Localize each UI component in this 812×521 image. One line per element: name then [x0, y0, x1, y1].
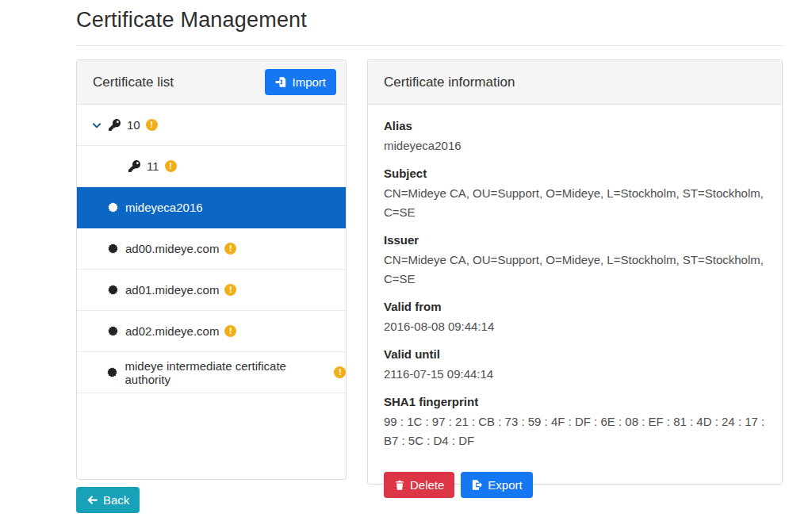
- field-value: 2016-08-08 09:44:14: [384, 317, 766, 336]
- delete-button[interactable]: Delete: [384, 472, 454, 498]
- certificate-actions: Delete Export: [384, 472, 766, 498]
- page-title: Certificate Management: [76, 8, 307, 33]
- tree-item-label: 11: [147, 159, 159, 173]
- certificate-icon: [106, 325, 119, 337]
- tree-item-label: ad02.mideye.com: [125, 324, 219, 338]
- field-value: mideyeca2016: [384, 136, 766, 155]
- tree-item-ad01[interactable]: ad01.mideye.com !: [77, 270, 346, 311]
- back-button-label: Back: [103, 493, 129, 507]
- field-value: 99 : 1C : 97 : 21 : CB : 73 : 59 : 4F : …: [384, 412, 766, 450]
- back-button[interactable]: Back: [76, 487, 140, 513]
- import-button-label: Import: [292, 75, 326, 89]
- field-issuer: Issuer CN=Mideye CA, OU=Support, O=Midey…: [384, 232, 766, 289]
- key-icon: [108, 119, 121, 131]
- tree-item-ad00[interactable]: ad00.mideye.com !: [77, 228, 346, 270]
- tree-item-ad02[interactable]: ad02.mideye.com !: [77, 311, 346, 352]
- warning-icon: !: [224, 325, 236, 337]
- certificate-tree: 10 ! 11 ! mideyeca2016 ad00.: [77, 105, 346, 393]
- export-button-label: Export: [488, 478, 522, 492]
- certificate-list-title: Certificate list: [93, 75, 174, 90]
- delete-button-label: Delete: [410, 478, 444, 492]
- warning-icon: !: [334, 366, 346, 378]
- certificate-information-header: Certificate information: [368, 60, 782, 105]
- trash-icon: [394, 480, 405, 491]
- tree-item-label: mideyeca2016: [125, 201, 203, 214]
- certificate-icon: [106, 366, 119, 378]
- certificate-management-page: Certificate Management Certificate list …: [0, 0, 812, 521]
- certificate-icon: [106, 284, 119, 296]
- warning-icon: !: [165, 160, 177, 172]
- tree-item-label: ad01.mideye.com: [125, 283, 219, 297]
- certificate-information-title: Certificate information: [384, 75, 515, 90]
- field-valid-from: Valid from 2016-08-08 09:44:14: [384, 298, 766, 336]
- chevron-down-icon[interactable]: [91, 120, 103, 131]
- arrow-left-icon: [86, 494, 98, 506]
- warning-icon: !: [224, 243, 236, 255]
- title-divider: [76, 45, 784, 46]
- field-label: Valid until: [384, 346, 766, 362]
- certificate-icon: [106, 201, 119, 213]
- key-icon: [128, 160, 140, 172]
- warning-icon: !: [224, 284, 236, 296]
- tree-item-mideyeca2016[interactable]: mideyeca2016: [77, 187, 346, 228]
- field-value: CN=Mideye CA, OU=Support, O=Mideye, L=St…: [384, 251, 766, 289]
- certificate-list-panel: Certificate list Import 10: [76, 59, 347, 480]
- field-alias: Alias mideyeca2016: [384, 117, 766, 155]
- field-label: Subject: [384, 165, 766, 182]
- tree-item-11[interactable]: 11 !: [77, 146, 346, 187]
- export-button[interactable]: Export: [461, 472, 532, 498]
- tree-item-label: 10: [127, 118, 140, 132]
- field-value: 2116-07-15 09:44:14: [384, 365, 766, 384]
- tree-item-label: mideye intermediate certificate authorit…: [125, 359, 329, 386]
- certificate-icon: [106, 243, 119, 255]
- field-label: Issuer: [384, 232, 766, 248]
- file-export-icon: [471, 479, 483, 491]
- tree-item-intermediate-ca[interactable]: mideye intermediate certificate authorit…: [77, 352, 346, 393]
- tree-item-10[interactable]: 10 !: [77, 105, 346, 146]
- warning-icon: !: [146, 119, 158, 131]
- field-label: Alias: [384, 117, 766, 134]
- field-label: SHA1 fingerprint: [384, 393, 766, 410]
- field-sha1-fingerprint: SHA1 fingerprint 99 : 1C : 97 : 21 : CB …: [384, 393, 766, 450]
- tree-item-label: ad00.mideye.com: [125, 242, 219, 255]
- certificate-information-panel: Certificate information Alias mideyeca20…: [367, 59, 783, 485]
- certificate-list-header: Certificate list Import: [77, 60, 346, 105]
- file-import-icon: [275, 76, 287, 88]
- field-valid-until: Valid until 2116-07-15 09:44:14: [384, 346, 766, 384]
- field-subject: Subject CN=Mideye CA, OU=Support, O=Mide…: [384, 165, 766, 222]
- import-button[interactable]: Import: [265, 69, 336, 95]
- field-value: CN=Mideye CA, OU=Support, O=Mideye, L=St…: [384, 184, 766, 222]
- field-label: Valid from: [384, 298, 766, 315]
- certificate-information-body: Alias mideyeca2016 Subject CN=Mideye CA,…: [368, 105, 782, 498]
